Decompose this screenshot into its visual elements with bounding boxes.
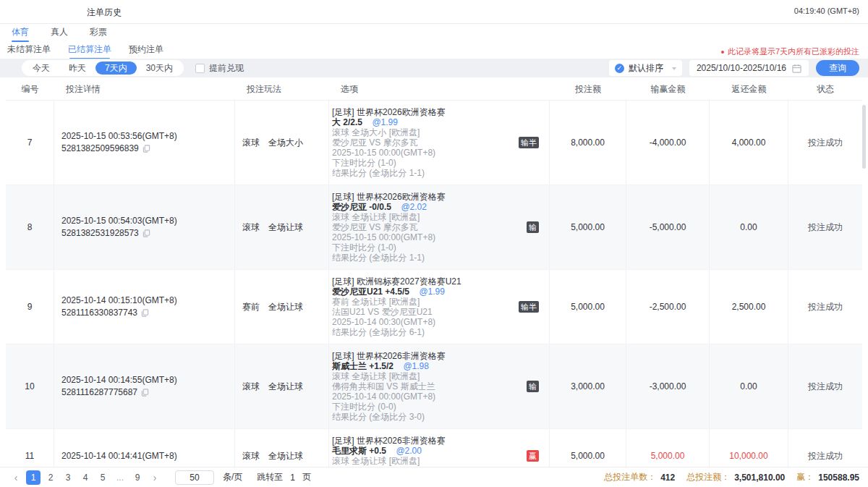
option-match: 佛得角共和国 VS 斯威士兰 [332, 381, 520, 391]
cell-winloss: -2,500.00 [626, 270, 710, 344]
copy-icon[interactable] [142, 145, 150, 153]
option-match-time: 2025-10-15 00:00(GMT+8) [332, 148, 520, 158]
option-match-time: 2025-10-14 00:30(GMT+8) [332, 317, 520, 327]
prev-page-button[interactable]: ‹ [9, 470, 23, 485]
pagination: ‹ 1 2 3 4 5 ... 9 › [9, 470, 162, 485]
option-detail: [足球] 世界杯2026非洲资格赛 斯威士兰 +1.5/2 @1.98 滚球 全… [332, 351, 520, 422]
option-selection-line: 爱沙尼亚U21 +4.5/5 @1.99 [332, 287, 520, 297]
table-body: 7 2025-10-15 00:53:56(GMT+8) 52813825095… [6, 101, 862, 483]
play-type: 赛前 [242, 301, 260, 313]
next-page-button[interactable]: › [148, 470, 162, 485]
cashout-filter[interactable]: 提前兑现 [195, 62, 244, 75]
cell-option: [足球] 世界杯2026欧洲资格赛 爱沙尼亚 -0/0.5 @2.02 滚球 全… [329, 185, 550, 269]
play-market: 全场让球 [268, 381, 303, 393]
bet-id: 5281116287775687 [61, 386, 137, 399]
table-row: 10 2025-10-14 00:14:55(GMT+8) 5281116287… [6, 344, 862, 429]
tab-live[interactable]: 真人 [43, 25, 75, 41]
date-range-picker[interactable]: 2025/10/10-2025/10/16 [689, 60, 809, 76]
option-selection-line: 爱沙尼亚 -0/0.5 @2.02 [332, 202, 520, 212]
option-odds: @1.98 [403, 361, 429, 371]
page-ellipsis[interactable]: ... [113, 470, 127, 485]
option-league: [足球] 世界杯2026非洲资格赛 [332, 351, 520, 361]
option-selection: 毛里求斯 +0.5 [332, 446, 386, 456]
sort-label: 默认排序 [629, 62, 663, 75]
page-button[interactable]: 2 [43, 470, 58, 485]
bet-id: 5281382509596839 [61, 143, 139, 155]
filter-today[interactable]: 今天 [23, 62, 59, 75]
cell-payout: 0.00 [710, 344, 788, 428]
sort-select[interactable]: ✓ 默认排序 [609, 60, 682, 76]
option-selection: 爱沙尼亚 -0/0.5 [332, 202, 391, 212]
page-title: 注单历史 [87, 7, 122, 19]
play-type: 滚球 [242, 137, 260, 149]
cell-status: 投注成功 [788, 185, 862, 269]
calendar-icon [792, 64, 801, 73]
page-size-suffix: 条/页 [223, 471, 242, 483]
filter-30days[interactable]: 30天内 [137, 62, 182, 75]
page-button[interactable]: 1 [26, 470, 41, 485]
bet-id: 5281116330837743 [61, 307, 137, 319]
filter-yesterday[interactable]: 昨天 [59, 62, 95, 75]
page-button[interactable]: 4 [78, 470, 93, 485]
cashout-checkbox[interactable] [195, 64, 205, 73]
cell-play: 赛前 全场让球 [235, 270, 329, 344]
col-option: 选项 [329, 83, 550, 96]
option-result: 结果比分 (全场比分 3-0) [332, 412, 520, 422]
play-type: 滚球 [242, 221, 260, 234]
option-match-time: 2025-10-14 00:00(GMT+8) [332, 391, 520, 402]
subtab-settled[interactable]: 已结算注单 [61, 42, 119, 59]
filter-7days[interactable]: 7天内 [95, 62, 137, 75]
option-detail: [足球] 世界杯2026欧洲资格赛 大 2/2.5 @1.99 滚球 全场大小 … [332, 107, 520, 178]
result-badge: 输 [527, 381, 539, 392]
copy-icon[interactable] [141, 389, 149, 397]
cell-option: [足球] 世界杯2026欧洲资格赛 大 2/2.5 @1.99 滚球 全场大小 … [329, 101, 550, 185]
bet-time: 2025-10-15 00:53:56(GMT+8) [61, 130, 227, 143]
page-button[interactable]: 3 [61, 470, 75, 485]
date-quick-filter: 今天 昨天 7天内 30天内 [22, 60, 184, 76]
col-status: 状态 [788, 83, 862, 96]
scrollbar[interactable] [862, 105, 866, 169]
option-odds: @2.00 [396, 446, 422, 456]
option-odds: @1.99 [419, 287, 445, 297]
footer-bar: ‹ 1 2 3 4 5 ... 9 › 条/页 跳转至 1 页 总投注单数： 4… [0, 467, 868, 487]
option-match-time: 2025-10-15 00:00(GMT+8) [332, 232, 520, 242]
page-button[interactable]: 9 [130, 470, 145, 485]
subtab-reserved[interactable]: 预约注单 [122, 42, 171, 59]
bet-id-line: 5281116287775687 [61, 386, 227, 399]
option-selection: 大 2/2.5 [332, 117, 362, 127]
option-market: 滚球 全场让球 [欧洲盘] [332, 212, 520, 222]
cell-status: 投注成功 [788, 270, 862, 344]
page-button[interactable]: 5 [95, 470, 110, 485]
play-market: 全场让球 [268, 450, 303, 462]
page-size-input[interactable] [175, 470, 214, 485]
cell-status: 投注成功 [788, 101, 862, 185]
cell-option: [足球] 世界杯2026非洲资格赛 斯威士兰 +1.5/2 @1.98 滚球 全… [329, 344, 550, 428]
cell-winloss: -3,000.00 [626, 344, 710, 428]
cell-winloss: -5,000.00 [626, 185, 710, 269]
bet-time: 2025-10-14 00:14:41(GMT+8) [61, 450, 227, 462]
option-odds: @2.02 [401, 202, 427, 212]
result-badge: 输半 [519, 137, 539, 148]
query-button[interactable]: 查询 [816, 60, 859, 76]
option-odds: @1.99 [372, 117, 398, 127]
result-badge: 输 [527, 221, 539, 233]
cell-payout: 0.00 [710, 185, 788, 269]
total-amount-value: 3,501,810.00 [734, 473, 785, 483]
cell-play: 滚球 全场让球 [235, 344, 329, 428]
col-payout: 返还金额 [710, 83, 788, 96]
notice-text: 此记录将显示7天内所有已派彩的投注 [728, 46, 859, 57]
result-badge: 输半 [519, 301, 539, 313]
copy-icon[interactable] [142, 229, 150, 237]
option-selection-line: 毛里求斯 +0.5 @2.00 [332, 446, 520, 456]
copy-icon[interactable] [141, 309, 149, 317]
subtab-unsettled[interactable]: 未结算注单 [0, 42, 58, 59]
cell-status: 投注成功 [788, 344, 862, 428]
cell-payout: 2,500.00 [710, 270, 788, 344]
cell-play: 滚球 全场大小 [235, 101, 329, 185]
jump-page-input[interactable]: 1 [290, 473, 295, 483]
sort-arrows-icon [672, 67, 676, 70]
game-tabs: 体育 真人 彩票 [0, 24, 868, 41]
option-result: 结果比分 (全场比分 1-1) [332, 168, 520, 178]
tab-sports[interactable]: 体育 [4, 25, 36, 41]
tab-lottery[interactable]: 彩票 [82, 25, 114, 41]
